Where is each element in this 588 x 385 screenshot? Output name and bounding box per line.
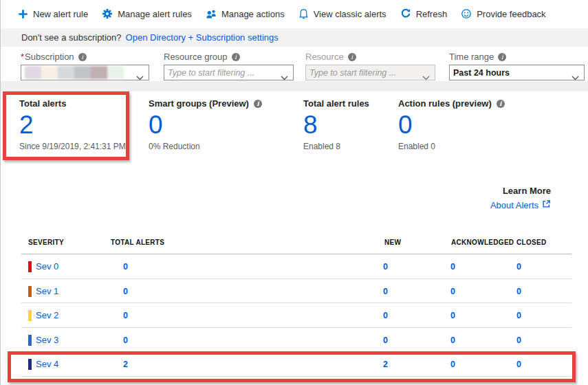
plus-icon (18, 9, 28, 19)
sev2-bar-track (133, 307, 367, 324)
sev4-total[interactable]: 2 (123, 360, 128, 369)
total-alert-rules-title: Total alert rules (303, 98, 369, 109)
redacted-subscription-value (25, 66, 124, 79)
smart-groups-title: Smart groups (Preview) (149, 98, 262, 109)
total-alerts-caption: Since 9/19/2019, 2:41:31 PM (19, 142, 126, 151)
sev2-acknowledged[interactable]: 0 (450, 311, 455, 320)
time-range-label: Time range (449, 50, 585, 63)
learn-more-block: Learn More About Alerts (481, 186, 551, 211)
total-alert-rules-stat: Total alert rules 8 Enabled 8 (303, 98, 369, 151)
sev2-total[interactable]: 0 (123, 311, 128, 320)
resource-group-filter: Resource group Type to start filtering .… (164, 50, 294, 80)
severity-color-swatch (28, 310, 32, 321)
sev3-link[interactable]: Sev 3 (36, 335, 58, 345)
sev0-new[interactable]: 0 (383, 262, 388, 272)
sev3-closed[interactable]: 0 (516, 336, 521, 345)
info-icon[interactable] (497, 100, 505, 108)
time-range-filter: Time range Past 24 hours (449, 50, 585, 80)
header-closed: CLOSED (516, 239, 546, 246)
severity-color-swatch (28, 335, 32, 346)
sev0-total[interactable]: 0 (123, 262, 128, 272)
sev3-total[interactable]: 0 (123, 336, 128, 345)
action-rules-value: 0 (398, 109, 505, 141)
sev0-closed[interactable]: 0 (516, 262, 521, 272)
action-rules-caption: Enabled 0 (398, 142, 505, 151)
subscription-label: *Subscription (21, 50, 149, 63)
manage-actions-label: Manage actions (221, 9, 285, 19)
action-rules-title: Action rules (preview) (398, 98, 505, 109)
view-classic-alerts-label: View classic alerts (314, 9, 386, 19)
table-row-sev0: Sev 0 0 0 0 0 (21, 254, 571, 279)
header-acknowledged: ACKNOWLEDGED (451, 239, 514, 246)
header-total-alerts: TOTAL ALERTS (111, 239, 164, 246)
refresh-button[interactable]: Refresh (400, 8, 448, 19)
command-bar: New alert rule Manage alert rules Manage… (1, 0, 588, 28)
bell-icon (298, 8, 309, 19)
resource-filter: Resource Type to start filtering ... (305, 50, 435, 80)
view-classic-alerts-button[interactable]: View classic alerts (298, 8, 386, 19)
info-icon[interactable] (348, 53, 356, 61)
sev1-new[interactable]: 0 (383, 287, 388, 296)
info-icon[interactable] (78, 53, 87, 61)
sev1-link[interactable]: Sev 1 (36, 286, 58, 296)
table-row-sev1: Sev 1 0 0 0 0 (21, 279, 571, 304)
subscription-filter: *Subscription (21, 50, 149, 80)
new-alert-rule-button[interactable]: New alert rule (18, 9, 88, 19)
sev2-new[interactable]: 0 (383, 311, 388, 320)
section-divider (1, 81, 588, 91)
filter-bar: *Subscription Resource group (1, 47, 588, 81)
refresh-icon (400, 8, 411, 19)
header-severity: SEVERITY (28, 239, 64, 246)
external-link-icon (542, 199, 551, 210)
sev1-closed[interactable]: 0 (516, 287, 521, 296)
severity-color-swatch (28, 286, 32, 297)
action-rules-stat: Action rules (preview) 0 Enabled 0 (398, 98, 505, 151)
sev2-closed[interactable]: 0 (516, 311, 521, 320)
table-row-sev4: Sev 4 2 2 0 0 (21, 352, 571, 377)
sev2-link[interactable]: Sev 2 (36, 310, 58, 320)
sev0-acknowledged[interactable]: 0 (450, 262, 455, 272)
about-alerts-link[interactable]: About Alerts (490, 199, 551, 210)
resource-dropdown[interactable]: Type to start filtering ... (305, 65, 435, 80)
sev4-closed[interactable]: 0 (516, 360, 521, 369)
people-icon (206, 8, 217, 19)
sev4-acknowledged[interactable]: 0 (450, 360, 455, 369)
info-icon[interactable] (254, 100, 262, 108)
manage-actions-button[interactable]: Manage actions (206, 8, 285, 19)
info-icon[interactable] (498, 53, 506, 61)
time-range-dropdown[interactable]: Past 24 hours (449, 65, 585, 80)
smart-groups-stat: Smart groups (Preview) 0 0% Reduction (149, 98, 262, 151)
open-directory-settings-link[interactable]: Open Directory + Subscription settings (126, 32, 279, 43)
alerts-page: New alert rule Manage alert rules Manage… (0, 0, 588, 385)
total-alert-rules-caption: Enabled 8 (303, 142, 369, 151)
sev4-bar-track (133, 355, 367, 373)
provide-feedback-button[interactable]: Provide feedback (461, 8, 545, 19)
total-alerts-value: 2 (19, 109, 126, 141)
manage-alert-rules-label: Manage alert rules (118, 9, 192, 19)
total-alerts-stat: Total alerts 2 Since 9/19/2019, 2:41:31 … (19, 98, 126, 151)
sev3-new[interactable]: 0 (383, 336, 388, 345)
smart-groups-caption: 0% Reduction (149, 142, 262, 151)
gear-icon (102, 8, 113, 19)
sev4-new[interactable]: 2 (383, 360, 388, 369)
resource-group-placeholder: Type to start filtering ... (168, 68, 254, 78)
sev0-bar-track (133, 258, 367, 276)
manage-alert-rules-button[interactable]: Manage alert rules (102, 8, 192, 19)
subscription-notice: Don't see a subscription? Open Directory… (1, 28, 588, 47)
resource-group-dropdown[interactable]: Type to start filtering ... (164, 65, 294, 80)
severity-color-swatch (28, 359, 32, 370)
refresh-label: Refresh (416, 9, 448, 19)
sev0-link[interactable]: Sev 0 (36, 261, 58, 272)
subscription-dropdown[interactable] (21, 65, 149, 80)
sev3-bar-track (133, 331, 367, 349)
sev1-acknowledged[interactable]: 0 (450, 287, 455, 296)
sev3-acknowledged[interactable]: 0 (450, 336, 455, 345)
severity-color-swatch (28, 261, 32, 272)
sev1-total[interactable]: 0 (123, 287, 128, 296)
required-asterisk: * (21, 52, 24, 62)
new-alert-rule-label: New alert rule (33, 9, 88, 19)
smiley-icon (461, 8, 472, 19)
sev4-link[interactable]: Sev 4 (36, 359, 58, 369)
info-icon[interactable] (232, 53, 240, 61)
table-row-sev2: Sev 2 0 0 0 0 (21, 303, 571, 328)
